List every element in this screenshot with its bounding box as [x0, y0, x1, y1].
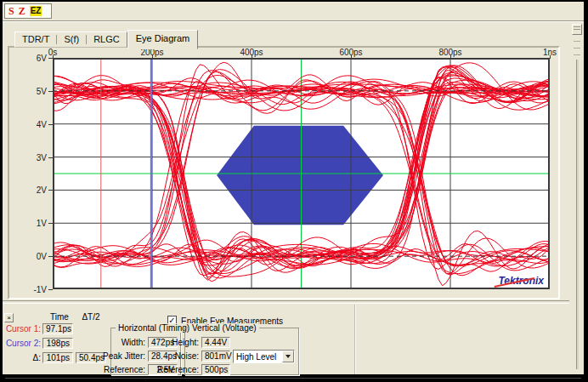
x-tick-mark — [550, 55, 551, 59]
cursor1-time-field[interactable]: 97.1ps — [42, 323, 73, 334]
eye-diagram-panel: 0s200ps400ps600ps800ps1ns 6V5V4V3V2V1V0V… — [8, 46, 560, 299]
height-label: Height: — [136, 338, 199, 347]
delta-time-field[interactable]: 101ps — [42, 352, 73, 363]
ez-icon[interactable]: EZ — [30, 6, 42, 16]
eye-diagram-plot[interactable]: Tektronix — [53, 58, 550, 289]
width-label: Width: — [77, 338, 145, 347]
panel-close-button[interactable]: × — [4, 313, 14, 322]
column-header-time: Time — [45, 312, 74, 322]
tab-tdr-t[interactable]: TDR/T — [15, 32, 56, 47]
application-window: S Z EZ TDR/T S(f) RLGC Eye Diagram 0s200… — [3, 2, 584, 374]
y-tick-label: 2V — [11, 185, 47, 195]
panel-divider — [354, 305, 355, 374]
horizontal-reference-label: Reference: — [77, 365, 145, 374]
chevron-down-icon[interactable] — [282, 351, 294, 362]
y-tick-label: 5V — [11, 87, 47, 96]
inactive-tab-group: TDR/T S(f) RLGC — [14, 31, 127, 48]
slider-tick — [574, 41, 580, 42]
vertical-reference-label: Reference: — [136, 365, 199, 374]
delta-label: Δ: — [3, 353, 41, 362]
y-tick-mark — [48, 289, 53, 290]
tab-bar: TDR/T S(f) RLGC Eye Diagram — [14, 31, 198, 48]
y-tick-label: 1V — [11, 219, 47, 228]
vertical-scrollbar[interactable] — [571, 22, 584, 373]
impedance-icon[interactable]: Z — [19, 6, 25, 16]
level-select-value: High Level — [236, 352, 276, 362]
horizontal-timing-title: Horizontal (Timing) — [116, 323, 192, 333]
vertical-voltage-title: Vertical (Voltage) — [189, 323, 259, 333]
column-header-delta-t: ΔT/2 — [76, 312, 106, 322]
level-select-dropdown[interactable]: High Level — [233, 350, 295, 363]
bottom-edge-line — [5, 378, 581, 379]
s-parameter-icon[interactable]: S — [8, 6, 14, 16]
scrollbar-track[interactable] — [576, 60, 579, 369]
slider-tick — [574, 54, 580, 55]
y-tick-label: 6V — [11, 54, 47, 63]
cursor1-label: Cursor 1: — [3, 324, 41, 334]
toolbar: S Z EZ — [3, 2, 584, 21]
tab-eye-diagram[interactable]: Eye Diagram — [127, 30, 199, 49]
slider-tick — [574, 48, 580, 48]
toolbar-icon-group: S Z EZ — [4, 3, 52, 19]
vertical-voltage-group: Vertical (Voltage) Height: 4.44V Noise: … — [184, 328, 299, 375]
scrollbar-thumb[interactable] — [572, 24, 582, 35]
noise-label: Noise: — [136, 351, 199, 361]
y-tick-label: 3V — [11, 153, 47, 162]
tab-s-f[interactable]: S(f) — [57, 32, 86, 47]
peak-jitter-label: Peak Jitter: — [77, 351, 145, 361]
height-field[interactable]: 4.44V — [201, 337, 230, 348]
y-tick-label: 0V — [11, 252, 47, 261]
vertical-reference-field[interactable]: 500ps — [201, 364, 230, 375]
cursor2-label: Cursor 2: — [3, 339, 41, 348]
tektronix-logo: Tektronix — [498, 275, 544, 287]
tab-rlgc[interactable]: RLGC — [87, 32, 127, 47]
noise-field[interactable]: 801mV — [201, 351, 230, 362]
y-tick-label: 4V — [11, 120, 47, 129]
cursor2-time-field[interactable]: 198ps — [42, 338, 73, 349]
screenshot-root: { "toolbar": { "icons": [ {"label": "S",… — [0, 0, 588, 382]
y-tick-label: -1V — [11, 285, 47, 294]
measurement-panel: × Time ΔT/2 Cursor 1: 97.1ps Cursor 2: 1… — [3, 302, 567, 374]
